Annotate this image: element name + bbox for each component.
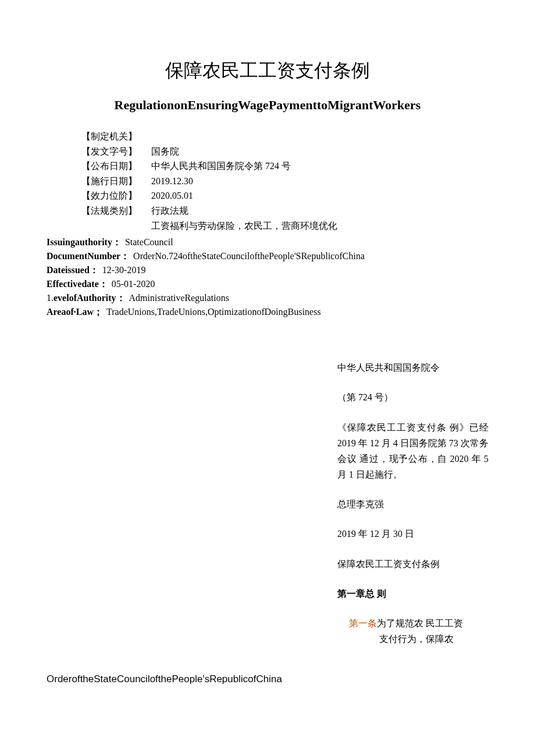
left-column-text: OrderoftheStateCouncilofthePeople'sRepub… [47,673,326,685]
article-label: 第一条 [349,618,377,628]
meta-cn-value: 工资福利与劳动保险，农民工，营商环境优化 [151,218,337,234]
meta-en-label: Effectivedate： [47,277,108,291]
meta-cn-label: 【公布日期】 [81,159,145,174]
meta-cn-value: 2020.05.01 [151,188,337,203]
meta-cn-label: 【制定机关】 [81,129,145,144]
title-english: RegulationonEnsuringWagePaymenttoMigrant… [47,98,488,113]
meta-en-value: AdministrativeRegulations [129,291,229,305]
chapter-heading: 第一章总 则 [337,586,488,601]
meta-en-label: DocumentNumber： [47,249,130,263]
meta-cn-label: 【施行日期】 [81,174,145,189]
announcement-text: 《保障农民工工资支付条 例》已经 2019 年 12 月 4 日国务院第 73 … [337,420,488,483]
meta-en-label: Areaof·Law； [47,305,103,319]
metadata-english: Issuingauthority：StateCouncil DocumentNu… [47,235,488,319]
meta-cn-label [81,218,145,234]
meta-en-value: TradeUnions,TradeUnions,OptimizationofDo… [106,305,321,319]
regulation-title: 保障农民工工资支付条例 [337,556,488,572]
meta-cn-value: 中华人民共和国国务院令第 724 号 [151,159,337,174]
title-chinese: 保障农民工工资支付条例 [47,58,488,84]
order-title: 中华人民共和国国务院令 [337,360,488,375]
meta-en-value: 05-01-2020 [112,277,155,291]
meta-cn-value: 国务院 [151,144,337,159]
meta-cn-value: 2019.12.30 [151,174,337,189]
right-column: 中华人民共和国国务院令 （第 724 号） 《保障农民工工资支付条 例》已经 2… [337,360,488,685]
meta-cn-value [151,129,337,144]
meta-en-value: 12-30-2019 [102,263,146,277]
article-1: 第一条为了规范农 民工工资 支付行为，保障农 [337,615,488,647]
article-text: 支付行为，保障农 [337,631,488,647]
signature-date: 2019 年 12 月 30 日 [337,526,488,542]
meta-en-value: StateCouncil [125,235,173,249]
meta-en-label: Dateissued： [47,263,99,277]
meta-cn-label: 【发文字号】 [81,144,145,159]
order-number: （第 724 号） [337,389,488,405]
metadata-chinese: 【制定机关】 【发文字号】 【公布日期】 【施行日期】 【效力位阶】 【法规类别… [81,129,488,233]
meta-en-label: Issuingauthority： [47,235,122,249]
meta-cn-label: 【效力位阶】 [81,188,145,203]
meta-en-label: evelofAuthority： [54,291,126,305]
document-body: OrderoftheStateCouncilofthePeople'sRepub… [47,360,488,685]
signature-name: 总理李克强 [337,496,488,512]
meta-cn-label: 【法规类别】 [81,203,145,218]
meta-cn-value: 行政法规 [151,203,337,218]
meta-en-value: OrderNo.724oftheStateCouncilofthePeople'… [133,249,365,263]
meta-en-label: 1. [47,291,54,305]
article-text: 为了规范农 民工工资 [377,618,463,628]
